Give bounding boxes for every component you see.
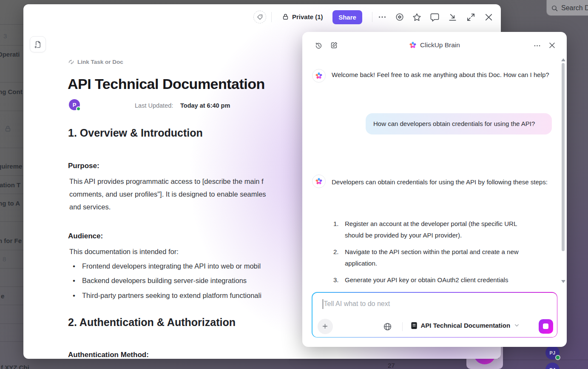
bg-row-task: quireme xyxy=(0,163,22,170)
search-icon xyxy=(551,5,558,12)
comment-icon[interactable] xyxy=(429,12,440,22)
import-export-icon[interactable] xyxy=(447,12,457,22)
user-message-bubble: How can developers obtain credentials fo… xyxy=(366,113,552,134)
page-title[interactable]: API Technical Documentation xyxy=(68,76,265,92)
ai-prompt-input[interactable] xyxy=(324,298,528,310)
avatar[interactable]: PJ xyxy=(545,363,560,369)
doc-icon xyxy=(411,322,418,329)
stop-generation-button[interactable] xyxy=(539,319,553,334)
author-avatar[interactable]: P xyxy=(69,99,80,110)
lock-icon xyxy=(4,125,11,132)
web-search-icon[interactable] xyxy=(383,322,392,331)
step-item: Navigate to the API section within the p… xyxy=(332,246,535,269)
search-input[interactable]: Search D xyxy=(546,0,588,16)
close-icon[interactable] xyxy=(483,12,494,22)
bullet-item: Third-party partners seeking to extend p… xyxy=(82,292,261,300)
user-message-text: How can developers obtain credentials fo… xyxy=(373,120,535,127)
share-button[interactable]: Share xyxy=(332,10,362,24)
link-task-label: Link Task or Doc xyxy=(77,59,123,65)
panel-title-text: ClickUp Brain xyxy=(420,41,460,49)
bg-row-task: ng Cont xyxy=(0,88,23,95)
context-doc-selector[interactable]: API Technical Documentation xyxy=(411,322,520,329)
search-placeholder: Search D xyxy=(561,4,588,12)
panel-close-icon[interactable] xyxy=(548,41,557,50)
scroll-down-arrow[interactable] xyxy=(561,280,565,283)
bullet-item: Backend developers building server-side … xyxy=(82,277,247,285)
bg-row-count: 3 xyxy=(3,32,7,40)
attach-button[interactable] xyxy=(318,319,333,334)
text-cursor xyxy=(323,299,324,309)
relationship-link-icon xyxy=(68,59,74,65)
avatar[interactable]: PJ xyxy=(545,346,560,360)
purpose-label: Purpose: xyxy=(68,162,99,170)
plus-icon xyxy=(321,323,329,330)
page-plus-icon xyxy=(34,40,42,49)
ai-input-container: API Technical Documentation xyxy=(312,292,557,338)
section-heading: 2. Authentication & Authorization xyxy=(68,316,236,329)
tag-icon xyxy=(257,14,263,20)
ai-message: Developers can obtain credentials for us… xyxy=(332,177,549,188)
tag-button[interactable] xyxy=(253,11,266,23)
screen: 3 Operati ng Cont quireme tation T ng to… xyxy=(0,0,588,369)
brain-avatar xyxy=(312,174,326,188)
ai-sticker-icon[interactable] xyxy=(395,12,405,22)
lock-icon xyxy=(282,13,289,20)
bg-row-task: e xyxy=(1,292,4,300)
scrollbar[interactable] xyxy=(562,63,565,251)
section-heading: 1. Overview & Introduction xyxy=(68,127,203,139)
link-task-or-doc[interactable]: Link Task or Doc xyxy=(68,59,123,65)
stop-icon xyxy=(543,323,548,329)
brain-avatar xyxy=(312,69,326,83)
bg-row-task: f XYZ Chi xyxy=(1,364,29,369)
step-item: Generate your API key or obtain OAuth2 c… xyxy=(332,274,535,286)
body-text-line: This API provides programmatic access to… xyxy=(69,175,264,188)
panel-title: ClickUp Brain xyxy=(302,41,567,49)
last-updated-label: Last Updated: xyxy=(135,102,173,109)
body-text-line: comments, and user profiles"]. It is des… xyxy=(69,188,266,200)
bg-row-task: Operati xyxy=(0,51,20,58)
more-options-icon[interactable] xyxy=(377,12,387,22)
divider xyxy=(402,322,403,331)
ai-message: Welcome back! Feel free to ask me anythi… xyxy=(332,69,549,80)
audience-label: Audience: xyxy=(68,232,103,240)
body-text-line: This documentation is intended for: xyxy=(69,245,179,258)
bg-row-task: n for Fe xyxy=(0,237,22,244)
clickup-brain-panel: ClickUp Brain Welcome back! Feel free to… xyxy=(302,32,567,347)
ai-steps-list: Register an account at the developer por… xyxy=(332,218,535,291)
body-text-line: and services. xyxy=(69,200,111,213)
privacy-label[interactable]: Private (1) xyxy=(292,13,323,20)
last-updated-value: Today at 6:40 pm xyxy=(180,102,230,109)
favorite-star-icon[interactable] xyxy=(412,12,422,22)
add-page-button[interactable] xyxy=(30,36,46,52)
bullet-item: Frontend developers integrating the API … xyxy=(82,262,261,270)
auth-method-label: Authentication Method: xyxy=(68,351,149,359)
step-item: Register an account at the developer por… xyxy=(332,218,535,241)
bg-count: 27 xyxy=(388,362,395,369)
toolbar-divider xyxy=(372,12,372,22)
bg-row-task: ng to A xyxy=(0,200,20,207)
chevron-down-icon xyxy=(514,322,520,329)
clickup-brain-icon xyxy=(409,41,417,49)
online-status-dot xyxy=(555,355,560,360)
online-status-dot xyxy=(76,106,81,111)
expand-icon[interactable] xyxy=(466,12,476,22)
bg-row-count: 8 xyxy=(3,255,6,263)
toolbar-divider xyxy=(271,12,272,22)
scroll-up-arrow[interactable] xyxy=(561,58,565,61)
panel-menu-icon[interactable] xyxy=(533,42,542,50)
context-doc-label: API Technical Documentation xyxy=(421,322,511,329)
bg-row-task: tation T xyxy=(0,181,20,189)
